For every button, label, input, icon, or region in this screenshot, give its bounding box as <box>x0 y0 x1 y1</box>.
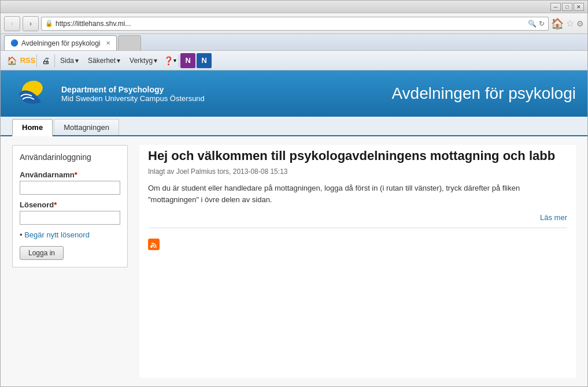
page-content: Department of Psychology Mid Sweden Univ… <box>1 70 587 386</box>
dept-name: Department of Psychology Mid Sweden Univ… <box>61 85 313 103</box>
forward-button[interactable]: › <box>23 16 39 31</box>
nav-tab-mottagningen[interactable]: Mottagningen <box>54 119 119 135</box>
site-main-title: Avdelningen för psykologi <box>324 84 576 103</box>
login-box-title: Användarinloggning <box>20 152 120 165</box>
home-icon[interactable]: 🏠 <box>551 17 564 30</box>
close-button[interactable]: ✕ <box>574 3 584 11</box>
password-input[interactable] <box>20 211 120 225</box>
favorites-icon[interactable]: ☆ <box>566 18 574 29</box>
toolbar-home-btn[interactable]: 🏠 <box>4 53 19 68</box>
article-title: Hej och välkommen till psykologavdelning… <box>148 148 567 165</box>
settings-icon[interactable]: ⚙ <box>576 19 584 28</box>
site-nav: Home Mottagningen <box>1 117 587 136</box>
active-tab[interactable]: 🔵 Avdelningen för psykologi ✕ <box>4 35 117 50</box>
lock-icon: 🔒 <box>45 20 53 27</box>
username-input[interactable] <box>20 181 120 195</box>
title-bar: ─ □ ✕ <box>1 1 587 13</box>
toolbar-tools-btn[interactable]: Verktyg ▾ <box>125 53 161 68</box>
nav-tab-home[interactable]: Home <box>12 119 53 136</box>
article-body: Om du är student eller handledare på mot… <box>148 183 567 207</box>
toolbar-page-btn[interactable]: Sida ▾ <box>56 53 83 68</box>
address-field[interactable]: 🔒 https://littlehans.shv.mi... 🔍 ↻ <box>41 17 549 31</box>
login-box: Användarinloggning Användarnamn* Lösenor… <box>12 145 128 267</box>
tab-close-button[interactable]: ✕ <box>106 40 110 46</box>
sidebar: Användarinloggning Användarnamn* Lösenor… <box>12 145 128 378</box>
tab-title: Avdelningen för psykologi <box>21 39 101 47</box>
site-body: Användarinloggning Användarnamn* Lösenor… <box>1 136 587 386</box>
forgot-password-link[interactable]: Begär nytt lösenord <box>20 230 120 239</box>
toolbar-n2-btn[interactable]: N <box>197 53 212 68</box>
tab-bar: 🔵 Avdelningen för psykologi ✕ <box>1 34 587 51</box>
article-meta: Inlagt av Joel Palmius tors, 2013-08-08 … <box>148 168 567 176</box>
back-button[interactable]: ‹ <box>4 16 20 31</box>
toolbar-print-btn[interactable]: 🖨 <box>38 53 53 68</box>
main-content: Hej och välkommen till psykologavdelning… <box>139 145 576 378</box>
site-title-area: Department of Psychology Mid Sweden Univ… <box>61 85 313 103</box>
search-icon: 🔍 <box>528 20 537 28</box>
browser-window: ─ □ ✕ ‹ › 🔒 https://littlehans.shv.mi...… <box>0 0 588 387</box>
rss-feed-icon[interactable] <box>148 239 160 250</box>
svg-point-1 <box>150 245 153 248</box>
toolbar-security-btn[interactable]: Säkerhet ▾ <box>84 53 124 68</box>
refresh-icon[interactable]: ↻ <box>539 20 545 28</box>
toolbar-rss-btn[interactable]: RSS <box>20 53 35 68</box>
login-button[interactable]: Logga in <box>20 246 64 260</box>
site-header: Department of Psychology Mid Sweden Univ… <box>1 70 587 117</box>
read-more-link[interactable]: Läs mer <box>148 213 567 228</box>
toolbar-sep-2 <box>54 54 55 67</box>
tab-favicon: 🔵 <box>10 39 19 47</box>
toolbar-sep-3 <box>179 54 179 67</box>
window-controls: ─ □ ✕ <box>550 3 584 11</box>
url-text: https://littlehans.shv.mi... <box>56 20 526 28</box>
toolbar-help-btn[interactable]: ❓ ▾ <box>162 53 177 68</box>
new-tab[interactable] <box>118 35 141 50</box>
address-bar: ‹ › 🔒 https://littlehans.shv.mi... 🔍 ↻ 🏠… <box>1 13 587 34</box>
password-label: Lösenord* <box>20 200 120 209</box>
toolbar-sep-1 <box>36 54 37 67</box>
toolbar-n-btn[interactable]: N <box>180 53 195 68</box>
minimize-button[interactable]: ─ <box>550 3 561 11</box>
username-label: Användarnamn* <box>20 170 120 179</box>
site-logo <box>12 76 50 111</box>
maximize-button[interactable]: □ <box>562 3 572 11</box>
ie-toolbar: 🏠 RSS 🖨 Sida ▾ Säkerhet ▾ Verktyg ▾ ❓ ▾ … <box>1 51 587 70</box>
